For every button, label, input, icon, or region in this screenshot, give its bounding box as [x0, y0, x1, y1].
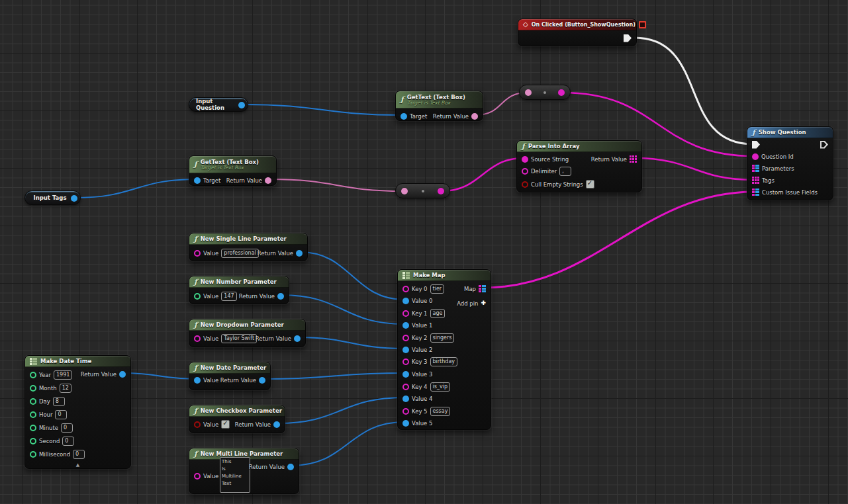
target-pin[interactable] [194, 177, 201, 184]
month-field[interactable]: 12 [60, 384, 71, 393]
key-1-field[interactable]: age [430, 309, 446, 318]
node-new-dropdown-parameter[interactable]: ƒ New Dropdown Parameter Value Taylor Sw… [189, 319, 306, 347]
node-new-number-parameter[interactable]: ƒ New Number Parameter Value 147 Return … [189, 276, 289, 304]
return-value-pin[interactable] [471, 113, 478, 120]
array-pin-icon[interactable] [630, 155, 637, 163]
cull-empty-strings-checkbox[interactable]: ✓ [586, 180, 594, 189]
return-value-pin[interactable] [265, 177, 271, 184]
value-pin[interactable] [194, 250, 201, 257]
variable-output-pin[interactable] [238, 102, 245, 108]
wire-reroute-to-sourcestring[interactable] [442, 158, 524, 191]
value-pin[interactable] [194, 421, 201, 428]
source-string-pin[interactable] [522, 156, 528, 163]
node-header[interactable]: ◇ On Clicked (Button_ShowQuestion) [518, 19, 636, 30]
month-pin[interactable] [30, 385, 36, 392]
node-header[interactable]: ƒ GetText (Text Box) Target is Text Box [189, 156, 276, 173]
add-pin-plus-icon[interactable]: ✚ [481, 300, 486, 306]
key-4-pin[interactable] [402, 384, 409, 390]
value-field[interactable]: Taylor Swift [221, 334, 257, 343]
node-header[interactable]: ƒ New Checkbox Parameter [189, 405, 285, 417]
key-2-field[interactable]: singers [430, 333, 455, 343]
value-3-pin[interactable] [402, 371, 409, 378]
wire-makemap-to-customissuefields[interactable] [483, 192, 754, 288]
map-pin-icon[interactable] [752, 165, 759, 172]
delimiter-field[interactable]: , [559, 167, 571, 176]
key-3-field[interactable]: birthday [430, 357, 458, 366]
reroute-output-pin[interactable] [558, 89, 565, 96]
node-header[interactable]: ƒ New Date Parameter [189, 362, 270, 374]
variable-output-pin[interactable] [71, 195, 77, 202]
second-pin[interactable] [30, 438, 36, 444]
map-pin-icon[interactable] [479, 285, 486, 292]
year-pin[interactable] [30, 372, 36, 378]
node-new-checkbox-parameter[interactable]: ƒ New Checkbox Parameter Value ✓ Return … [189, 405, 285, 433]
minute-pin[interactable] [30, 425, 36, 431]
value-field[interactable]: 147 [221, 292, 236, 301]
value-pin[interactable] [194, 377, 201, 384]
array-pin-icon[interactable] [752, 177, 759, 184]
key-1-pin[interactable] [402, 310, 409, 317]
blueprint-graph-canvas[interactable]: ◇ On Clicked (Button_ShowQuestion) ƒ Get… [0, 0, 848, 504]
key-5-field[interactable]: essay [430, 407, 451, 416]
node-new-date-parameter[interactable]: ƒ New Date Parameter Value Return Value [189, 362, 271, 390]
wire-singleline-to-value0[interactable] [300, 252, 404, 300]
value-0-pin[interactable] [402, 298, 409, 304]
node-header[interactable]: ƒ Parse Into Array [517, 141, 641, 152]
wire-inputquestion-to-gettext-target[interactable] [242, 105, 403, 115]
key-3-pin[interactable] [402, 358, 409, 365]
exec-output-pin[interactable] [624, 34, 632, 42]
collapse-advanced-icon[interactable]: ▲ [76, 463, 79, 468]
node-parse-into-array[interactable]: ƒ Parse Into Array Source String Return … [516, 140, 642, 192]
node-header[interactable]: Make Date Time [25, 356, 130, 367]
key-5-pin[interactable] [402, 408, 409, 415]
exec-output-pin[interactable] [820, 141, 828, 149]
map-pin-icon[interactable] [752, 189, 759, 196]
value-5-pin[interactable] [402, 420, 409, 427]
return-value-pin[interactable] [259, 377, 265, 384]
node-header[interactable]: ƒ GetText (Text Box) Target is Text Box [396, 91, 483, 108]
node-make-date-time[interactable]: Make Date Time Return Value Year 1991 Mo… [24, 355, 131, 469]
wire-makedatetime-to-dateparam[interactable] [123, 373, 197, 379]
year-field[interactable]: 1991 [54, 370, 72, 380]
millisecond-field[interactable]: 0 [73, 450, 85, 459]
question-id-pin[interactable] [752, 153, 759, 160]
reroute-output-pin[interactable] [438, 188, 444, 194]
return-value-pin[interactable] [294, 335, 301, 342]
value-1-pin[interactable] [402, 322, 409, 329]
key-0-pin[interactable] [402, 286, 409, 292]
target-pin[interactable] [400, 113, 407, 120]
node-header[interactable]: ƒ New Dropdown Parameter [189, 319, 305, 331]
day-pin[interactable] [30, 398, 36, 405]
node-new-multi-line-parameter[interactable]: ƒ New Multi Line Parameter Value This Is… [189, 448, 299, 494]
wire-gettext-to-reroute-bottom[interactable] [269, 179, 404, 191]
value-pin[interactable] [194, 473, 201, 480]
return-value-pin[interactable] [287, 464, 294, 470]
reroute-input-pin[interactable] [525, 89, 532, 96]
delegate-pin-icon[interactable] [639, 21, 646, 28]
millisecond-pin[interactable] [30, 451, 36, 458]
value-pin[interactable] [194, 293, 201, 300]
multiline-value-field[interactable]: This Is Multiline Text [220, 457, 250, 493]
minute-field[interactable]: 0 [61, 423, 73, 433]
hour-pin[interactable] [30, 411, 36, 418]
value-field[interactable]: professional [221, 249, 258, 258]
node-new-single-line-parameter[interactable]: ƒ New Single Line Parameter Value profes… [189, 233, 308, 261]
node-header[interactable]: ƒ New Number Parameter [189, 276, 289, 288]
key-2-pin[interactable] [402, 335, 409, 341]
wire-parsearray-to-tags[interactable] [634, 158, 754, 180]
value-pin[interactable] [194, 335, 201, 342]
variable-input-question[interactable]: Input Question [189, 97, 248, 112]
node-header[interactable]: ƒ New Single Line Parameter [189, 233, 307, 245]
return-value-pin[interactable] [119, 371, 126, 378]
variable-input-tags[interactable]: Input Tags [24, 190, 81, 205]
reroute-node[interactable] [395, 183, 450, 198]
reroute-node[interactable] [519, 85, 571, 100]
value-4-pin[interactable] [402, 396, 409, 402]
wire-dropdown-to-value2[interactable] [298, 337, 404, 349]
node-header[interactable]: ƒ Show Question [747, 127, 833, 138]
exec-input-pin[interactable] [752, 141, 760, 149]
second-field[interactable]: 0 [62, 437, 74, 446]
hour-field[interactable]: 0 [55, 410, 67, 419]
node-make-map[interactable]: Make Map Map Add pin ✚ Key 0 tier Value … [397, 269, 491, 430]
wire-multiline-to-value5[interactable] [291, 422, 404, 466]
